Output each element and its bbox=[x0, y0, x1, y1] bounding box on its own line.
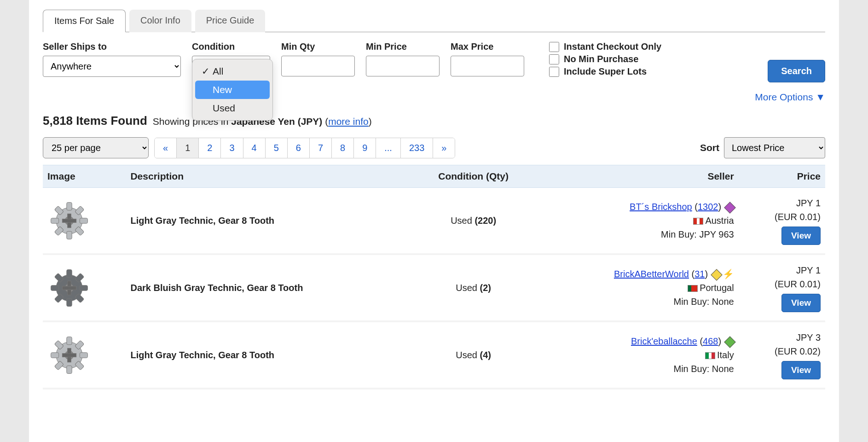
include-super-lots-checkbox[interactable] bbox=[549, 67, 559, 77]
svg-rect-35 bbox=[62, 353, 76, 357]
item-price: JPY 1(EUR 0.01)View bbox=[739, 188, 825, 255]
page-...[interactable]: ... bbox=[376, 138, 401, 158]
page-«[interactable]: « bbox=[155, 138, 177, 158]
item-image bbox=[43, 188, 126, 255]
view-button[interactable]: View bbox=[781, 361, 821, 379]
view-button[interactable]: View bbox=[781, 227, 821, 245]
more-info-link[interactable]: more info bbox=[328, 116, 369, 127]
pagination: «123456789...233» bbox=[154, 138, 455, 158]
ships-to-select[interactable]: Anywhere bbox=[43, 56, 181, 77]
svg-rect-3 bbox=[80, 218, 87, 223]
th-seller: Seller bbox=[536, 165, 738, 188]
item-condition: Used (2) bbox=[411, 254, 536, 321]
seller-link[interactable]: BT´s Brickshop bbox=[630, 202, 692, 212]
sort-label: Sort bbox=[700, 142, 719, 153]
svg-rect-23 bbox=[62, 286, 76, 290]
bolt-icon: ⚡ bbox=[723, 269, 734, 279]
page-6[interactable]: 6 bbox=[288, 138, 310, 158]
results-table: Image Description Condition (Qty) Seller… bbox=[43, 165, 825, 390]
max-price-label: Max Price bbox=[451, 41, 524, 52]
item-price: JPY 3(EUR 0.02)View bbox=[739, 321, 825, 389]
per-page-select[interactable]: 25 per page bbox=[43, 137, 149, 158]
condition-option-all[interactable]: ✓All bbox=[195, 62, 270, 81]
th-image: Image bbox=[43, 165, 126, 188]
item-image bbox=[43, 321, 126, 389]
results-header: 5,818 Items Found Showing prices in Japa… bbox=[43, 111, 825, 137]
item-condition: Used (4) bbox=[411, 321, 536, 389]
tab-color-info[interactable]: Color Info bbox=[129, 10, 191, 32]
table-row: Light Gray Technic, Gear 8 ToothUsed (22… bbox=[43, 188, 825, 255]
no-min-purchase-checkbox[interactable] bbox=[549, 54, 559, 64]
instant-checkout-label: Instant Checkout Only bbox=[564, 41, 661, 52]
no-min-purchase-label: No Min Purchase bbox=[564, 54, 638, 64]
min-price-input[interactable] bbox=[366, 56, 440, 76]
table-row: Dark Bluish Gray Technic, Gear 8 ToothUs… bbox=[43, 254, 825, 321]
item-description: Light Gray Technic, Gear 8 Tooth bbox=[126, 188, 411, 255]
check-icon: ✓ bbox=[202, 66, 209, 77]
condition-dropdown: ✓All New Used bbox=[192, 59, 273, 121]
condition-option-new[interactable]: New bbox=[195, 81, 270, 99]
page-2[interactable]: 2 bbox=[199, 138, 221, 158]
brick-icon bbox=[724, 336, 735, 348]
page-5[interactable]: 5 bbox=[266, 138, 288, 158]
results-toolbar: 25 per page «123456789...233» Sort Lowes… bbox=[43, 137, 825, 165]
tab-bar: Items For Sale Color Info Price Guide bbox=[43, 0, 825, 32]
svg-rect-11 bbox=[62, 219, 76, 222]
svg-rect-27 bbox=[80, 352, 87, 357]
item-price: JPY 1(EUR 0.01)View bbox=[739, 254, 825, 321]
item-seller: Brick'eballacche (468) ItalyMin Buy: Non… bbox=[536, 321, 738, 389]
th-price: Price bbox=[739, 165, 825, 188]
svg-rect-5 bbox=[67, 231, 72, 239]
svg-rect-19 bbox=[51, 285, 59, 290]
sort-select[interactable]: Lowest Price bbox=[724, 137, 825, 158]
max-price-input[interactable] bbox=[451, 56, 524, 76]
flag-icon bbox=[693, 218, 703, 225]
page-9[interactable]: 9 bbox=[354, 138, 376, 158]
condition-label: Condition bbox=[192, 41, 270, 52]
seller-feedback-link[interactable]: 31 bbox=[694, 269, 705, 279]
seller-link[interactable]: BrickABetterWorld bbox=[614, 269, 689, 279]
more-options-link[interactable]: More Options ▼ bbox=[43, 87, 825, 111]
search-button[interactable]: Search bbox=[768, 60, 825, 82]
results-count: 5,818 Items Found bbox=[43, 114, 147, 128]
instant-checkout-checkbox[interactable] bbox=[549, 42, 559, 52]
svg-rect-25 bbox=[67, 337, 72, 344]
flag-icon bbox=[705, 352, 715, 359]
flag-icon bbox=[688, 285, 698, 292]
item-description: Light Gray Technic, Gear 8 Tooth bbox=[126, 321, 411, 389]
svg-rect-31 bbox=[51, 352, 59, 357]
page-7[interactable]: 7 bbox=[310, 138, 332, 158]
seller-feedback-link[interactable]: 1302 bbox=[698, 202, 718, 212]
condition-option-used[interactable]: Used bbox=[195, 99, 270, 117]
brick-icon bbox=[724, 202, 735, 213]
svg-rect-1 bbox=[67, 202, 72, 210]
include-super-lots-label: Include Super Lots bbox=[564, 66, 647, 77]
page-»[interactable]: » bbox=[433, 138, 455, 158]
table-row: Light Gray Technic, Gear 8 ToothUsed (4)… bbox=[43, 321, 825, 389]
svg-rect-29 bbox=[67, 366, 72, 373]
svg-rect-17 bbox=[67, 298, 72, 306]
page-4[interactable]: 4 bbox=[243, 138, 266, 158]
tab-items-for-sale[interactable]: Items For Sale bbox=[43, 10, 126, 32]
item-condition: Used (220) bbox=[411, 188, 536, 255]
item-seller: BrickABetterWorld (31) ⚡PortugalMin Buy:… bbox=[536, 254, 738, 321]
brick-icon bbox=[711, 269, 722, 280]
min-qty-label: Min Qty bbox=[281, 41, 355, 52]
page-3[interactable]: 3 bbox=[221, 138, 243, 158]
tab-price-guide[interactable]: Price Guide bbox=[195, 10, 266, 32]
min-price-label: Min Price bbox=[366, 41, 440, 52]
item-description: Dark Bluish Gray Technic, Gear 8 Tooth bbox=[126, 254, 411, 321]
page-8[interactable]: 8 bbox=[332, 138, 354, 158]
item-seller: BT´s Brickshop (1302) AustriaMin Buy: JP… bbox=[536, 188, 738, 255]
th-description: Description bbox=[126, 165, 411, 188]
page-1[interactable]: 1 bbox=[177, 138, 199, 158]
min-qty-input[interactable] bbox=[281, 56, 355, 76]
item-image bbox=[43, 254, 126, 321]
seller-link[interactable]: Brick'eballacche bbox=[631, 336, 697, 346]
view-button[interactable]: View bbox=[781, 294, 821, 312]
filter-bar: Seller Ships to Anywhere Condition All ✓… bbox=[43, 32, 825, 87]
svg-rect-15 bbox=[80, 285, 87, 290]
th-condition: Condition (Qty) bbox=[411, 165, 536, 188]
seller-feedback-link[interactable]: 468 bbox=[703, 336, 718, 346]
page-233[interactable]: 233 bbox=[401, 138, 433, 158]
